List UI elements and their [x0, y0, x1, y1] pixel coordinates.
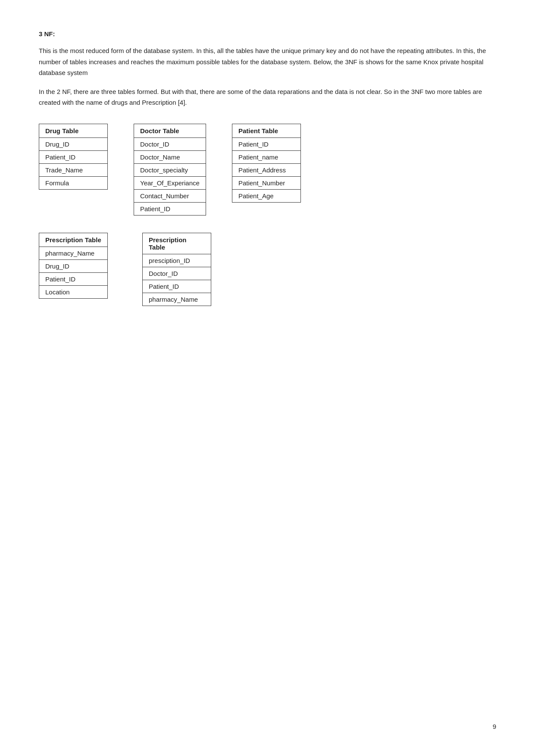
- top-tables-row: Drug Table Drug_ID Patient_ID Trade_Name…: [39, 124, 496, 216]
- prescription-table-right: Prescription Table presciption_ID Doctor…: [142, 233, 211, 306]
- prescription-table-right-header-line2: Table: [149, 244, 165, 251]
- table-row: Doctor_Name: [134, 151, 206, 164]
- table-row: Patient_ID: [134, 203, 206, 215]
- drug-table: Drug Table Drug_ID Patient_ID Trade_Name…: [39, 124, 108, 190]
- table-row: Doctor_specialty: [134, 164, 206, 177]
- table-row: Patient_Age: [232, 190, 300, 202]
- table-row: Drug_ID: [39, 138, 107, 151]
- table-row: Location: [39, 286, 107, 298]
- table-row: Patient_ID: [39, 151, 107, 164]
- page-number: 9: [493, 723, 496, 730]
- table-row: Drug_ID: [39, 260, 107, 273]
- table-row: presciption_ID: [143, 254, 211, 267]
- table-row: Doctor_ID: [143, 267, 211, 280]
- prescription-table-left-header: Prescription Table: [39, 233, 107, 247]
- table-row: Patient_Number: [232, 177, 300, 190]
- table-row: Contact_Number: [134, 190, 206, 203]
- table-row: Patient_name: [232, 151, 300, 164]
- drug-table-header: Drug Table: [39, 124, 107, 138]
- paragraph-2: In the 2 NF, there are three tables form…: [39, 86, 496, 108]
- prescription-table-right-header: Prescription Table: [143, 233, 211, 254]
- bottom-tables-area: Prescription Table pharmacy_Name Drug_ID…: [39, 233, 496, 306]
- prescription-table-right-header-line1: Prescription: [149, 236, 187, 244]
- doctor-table: Doctor Table Doctor_ID Doctor_Name Docto…: [134, 124, 206, 216]
- paragraph-1: This is the most reduced form of the dat…: [39, 45, 496, 78]
- table-row: Formula: [39, 177, 107, 189]
- table-row: pharmacy_Name: [143, 293, 211, 306]
- patient-table: Patient Table Patient_ID Patient_name Pa…: [232, 124, 301, 203]
- table-row: Year_Of_Experiance: [134, 177, 206, 190]
- table-row: Doctor_ID: [134, 138, 206, 151]
- table-row: Patient_ID: [232, 138, 300, 151]
- table-row: Patient_ID: [143, 280, 211, 293]
- table-row: Patient_Address: [232, 164, 300, 177]
- table-row: Patient_ID: [39, 273, 107, 286]
- prescription-table-left: Prescription Table pharmacy_Name Drug_ID…: [39, 233, 108, 299]
- doctor-table-header: Doctor Table: [134, 124, 206, 138]
- section-heading: 3 NF:: [39, 30, 496, 37]
- patient-table-header: Patient Table: [232, 124, 300, 138]
- table-row: pharmacy_Name: [39, 247, 107, 260]
- table-row: Trade_Name: [39, 164, 107, 177]
